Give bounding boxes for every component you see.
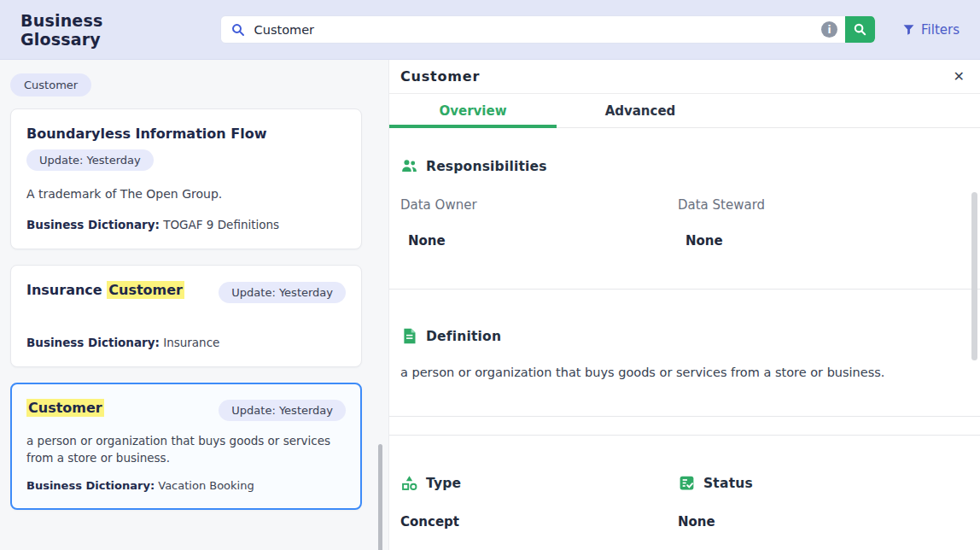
card-dictionary: Business Dictionary: TOGAF 9 Definitions xyxy=(26,218,346,231)
result-card-boundaryless-information-flow[interactable]: Boundaryless Information Flow Update: Ye… xyxy=(10,108,362,249)
detail-titlebar: Customer ✕ xyxy=(389,60,980,94)
responsibilities-fields: Data Owner None Data Steward None xyxy=(400,175,963,249)
shapes-icon xyxy=(400,474,418,492)
card-dictionary: Business Dictionary: Insurance xyxy=(26,336,346,349)
responsibilities-heading: Responsibilities xyxy=(400,157,963,175)
data-steward-label: Data Steward xyxy=(678,197,963,213)
detail-title: Customer xyxy=(400,68,480,85)
search-term-chip[interactable]: Customer xyxy=(10,73,91,97)
search-highlight: Customer xyxy=(107,281,184,299)
result-card-customer[interactable]: Customer Update: Yesterday a person or o… xyxy=(10,383,362,510)
data-owner-label: Data Owner xyxy=(400,197,678,213)
page-title: Business Glossary xyxy=(20,11,184,49)
search-bar: i xyxy=(220,15,876,44)
detail-content: Responsibilities Data Owner None Data St… xyxy=(389,128,980,530)
definition-body: a person or organization that buys goods… xyxy=(400,366,963,379)
card-title: Boundaryless Information Flow xyxy=(26,126,346,142)
search-button-icon xyxy=(853,22,867,37)
search-icon xyxy=(230,22,246,38)
app-header: Business Glossary i Filters xyxy=(0,0,980,60)
detail-tabbar: Overview Advanced xyxy=(389,94,980,128)
card-description: a person or organization that buys goods… xyxy=(26,433,346,466)
dictionary-value: TOGAF 9 Definitions xyxy=(163,218,279,231)
tab-advanced[interactable]: Advanced xyxy=(557,94,724,127)
detail-scrollbar-thumb[interactable] xyxy=(971,192,977,360)
tab-overview[interactable]: Overview xyxy=(389,94,557,127)
type-heading: Type xyxy=(400,474,678,492)
result-card-insurance-customer[interactable]: Insurance Customer Update: Yesterday Bus… xyxy=(10,265,362,367)
search-input[interactable] xyxy=(246,16,821,43)
definition-heading: Definition xyxy=(400,327,963,345)
update-badge: Update: Yesterday xyxy=(219,400,346,421)
filter-funnel-icon xyxy=(902,23,915,36)
document-icon xyxy=(400,327,418,345)
update-badge: Update: Yesterday xyxy=(26,149,154,171)
dictionary-label: Business Dictionary: xyxy=(26,336,160,349)
search-highlight: Customer xyxy=(26,399,104,417)
card-dictionary: Business Dictionary: Vacation Booking xyxy=(26,479,346,492)
search-button[interactable] xyxy=(845,15,875,44)
data-owner-value: None xyxy=(408,233,678,249)
update-badge: Update: Yesterday xyxy=(219,282,346,303)
type-value: Concept xyxy=(400,514,678,530)
update-badge-wrap: Update: Yesterday xyxy=(26,149,346,171)
card-title: Customer xyxy=(26,400,104,416)
dictionary-label: Business Dictionary: xyxy=(26,218,160,231)
dictionary-value: Vacation Booking xyxy=(158,479,254,492)
checklist-icon xyxy=(678,474,696,492)
card-description: A trademark of The Open Group. xyxy=(26,185,346,202)
filters-button[interactable]: Filters xyxy=(902,22,960,38)
responsibilities-section: Responsibilities Data Owner None Data St… xyxy=(389,128,980,249)
status-heading: Status xyxy=(678,474,963,492)
card-head-row: Insurance Customer Update: Yesterday xyxy=(26,282,346,303)
info-icon[interactable]: i xyxy=(821,21,837,38)
dictionary-label: Business Dictionary: xyxy=(26,479,155,492)
filters-label: Filters xyxy=(921,22,960,38)
type-status-section: Type Concept Status xyxy=(389,474,980,530)
status-value: None xyxy=(678,514,963,530)
section-divider xyxy=(389,435,980,436)
card-title: Insurance Customer xyxy=(26,282,184,298)
section-divider xyxy=(389,289,980,290)
results-scrollbar-thumb[interactable] xyxy=(378,444,382,550)
section-divider xyxy=(389,416,980,417)
card-head-row: Customer Update: Yesterday xyxy=(26,400,346,421)
users-icon xyxy=(400,157,418,175)
data-steward-value: None xyxy=(685,233,963,249)
term-detail-panel: Customer ✕ Overview Advanced Responsibil… xyxy=(388,60,980,550)
close-icon[interactable]: ✕ xyxy=(954,70,965,84)
search-results-panel: Customer Boundaryless Information Flow U… xyxy=(0,60,388,550)
definition-section: Definition a person or organization that… xyxy=(389,327,980,379)
dictionary-value: Insurance xyxy=(163,336,219,349)
